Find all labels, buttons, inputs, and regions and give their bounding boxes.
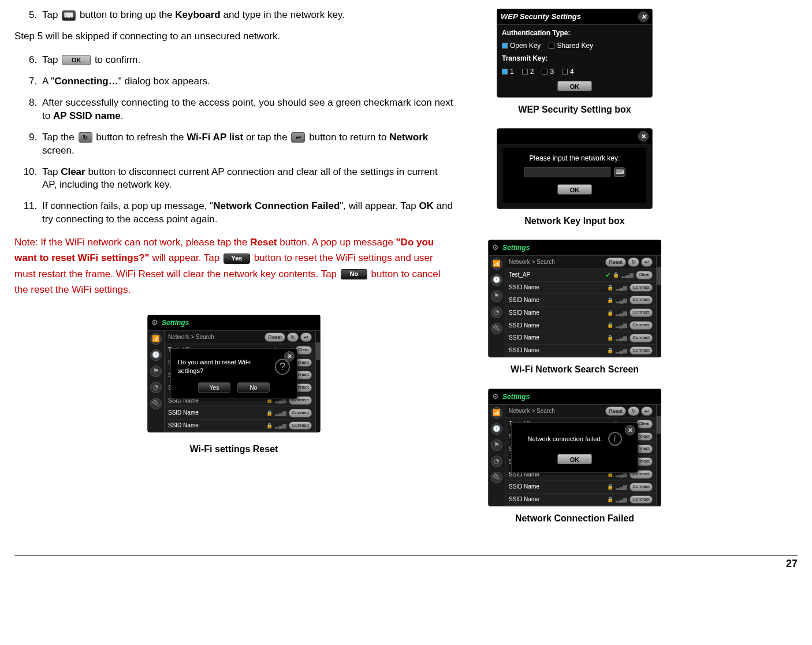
shared-key-checkbox bbox=[549, 43, 554, 49]
close-icon: ✕ bbox=[638, 131, 649, 141]
signal-icon: ▂▄▆ bbox=[621, 271, 633, 278]
page-number: 27 bbox=[14, 555, 798, 571]
table-row: SSID Name🔒▂▄▆Connect bbox=[505, 307, 656, 319]
flag-icon: ⚑ bbox=[491, 290, 502, 302]
ap-list: Test_AP✔🔒▂▄▆ClearSSID Name🔒▂▄▆ConnectSSI… bbox=[505, 269, 656, 357]
lock-icon: 🔒 bbox=[613, 271, 619, 278]
clear-button: Clear bbox=[295, 346, 312, 355]
sidebar: 📶 🕐 ⚑ ◔ 🔌 bbox=[489, 405, 505, 506]
ssid-name: SSID Name bbox=[509, 284, 539, 292]
gear-icon: ⚙ bbox=[492, 243, 499, 253]
refresh-button: ↻ bbox=[628, 258, 639, 267]
breadcrumb: Network > Search bbox=[168, 333, 214, 341]
signal-icon: ▂▄▆ bbox=[616, 347, 627, 354]
instructions-list-2: Tap OK to confirm. A "Connecting…" dialo… bbox=[14, 54, 453, 226]
settings-title: Settings bbox=[502, 243, 530, 252]
wifi-icon: 📶 bbox=[491, 258, 502, 270]
close-icon: ✕ bbox=[638, 12, 649, 22]
ssid-name: Test_AP bbox=[509, 271, 530, 279]
key3-checkbox bbox=[542, 69, 547, 74]
info-icon: i bbox=[608, 432, 622, 446]
plug-icon: 🔌 bbox=[491, 472, 502, 483]
ok-button: OK bbox=[557, 454, 592, 464]
table-row: SSID Name🔒▂▄▆Connect bbox=[505, 282, 656, 294]
ssid-name: SSID Name bbox=[509, 346, 539, 355]
wifi-icon: 📶 bbox=[491, 407, 502, 419]
lock-icon: 🔒 bbox=[607, 496, 613, 503]
refresh-icon: ↻ bbox=[79, 132, 92, 143]
connect-button: Connect bbox=[630, 334, 653, 342]
ssid-name: SSID Name bbox=[509, 495, 539, 504]
close-icon: ✕ bbox=[284, 351, 295, 361]
clock-icon: 🕐 bbox=[491, 423, 502, 435]
connect-button: Connect bbox=[630, 284, 653, 292]
lock-icon: 🔒 bbox=[266, 422, 273, 429]
settings-title: Settings bbox=[162, 318, 189, 327]
caption-reset: Wi-Fi settings Reset bbox=[190, 443, 278, 456]
yes-button: Yes bbox=[198, 382, 230, 393]
caption-wep: WEP Security Setting box bbox=[518, 103, 631, 116]
mock-reset-screen: ⚙ Settings 📶 🕐 ⚑ ◔ 🔌 Network > Search bbox=[147, 315, 321, 433]
figures-column: WEP Security Settings ✕ Authentication T… bbox=[488, 9, 661, 538]
table-row: Test_AP✔🔒▂▄▆Clear bbox=[505, 269, 656, 282]
sidebar: 📶 🕐 ⚑ ◔ 🔌 bbox=[489, 256, 505, 357]
breadcrumb: Network > Search bbox=[509, 258, 555, 266]
connect-button: Connect bbox=[289, 422, 312, 430]
table-row: SSID Name🔒▂▄▆Connect bbox=[505, 345, 656, 357]
step-7: A "Connecting…" dialog box appears. bbox=[40, 75, 453, 88]
close-icon: ✕ bbox=[625, 425, 635, 435]
chart-icon: ◔ bbox=[491, 456, 502, 467]
ssid-name: SSID Name bbox=[168, 422, 199, 430]
signal-icon: ▂▄▆ bbox=[616, 334, 627, 341]
signal-icon: ▂▄▆ bbox=[616, 496, 627, 503]
caption-key: Network Key Input box bbox=[524, 215, 624, 228]
signal-icon: ▂▄▆ bbox=[275, 422, 286, 429]
back-button: ↩ bbox=[300, 333, 312, 342]
note-block: Note: If the WiFi network can not work, … bbox=[14, 234, 453, 297]
ok-button-inline: OK bbox=[62, 55, 91, 65]
refresh-button: ↻ bbox=[287, 333, 299, 342]
no-button-inline: No bbox=[341, 269, 367, 279]
key-input-field bbox=[524, 167, 610, 177]
step-6: Tap OK to confirm. bbox=[40, 54, 453, 67]
table-row: SSID Name🔒▂▄▆Connect bbox=[505, 481, 656, 494]
caption-fail: Network Connection Failed bbox=[515, 512, 634, 525]
ssid-name: SSID Name bbox=[509, 309, 539, 317]
gear-icon: ⚙ bbox=[151, 318, 158, 328]
open-key-checkbox bbox=[502, 43, 508, 49]
key4-checkbox bbox=[562, 69, 568, 74]
key-prompt: Please input the network key: bbox=[530, 154, 620, 163]
reset-dialog-message: Do you want to reset WiFi settings? bbox=[178, 358, 269, 375]
flag-icon: ⚑ bbox=[150, 366, 162, 377]
plug-icon: 🔌 bbox=[491, 323, 502, 334]
lock-icon: 🔒 bbox=[607, 483, 613, 490]
signal-icon: ▂▄▆ bbox=[616, 483, 627, 490]
step-9: Tap the ↻ button to refresh the Wi-Fi AP… bbox=[40, 131, 453, 158]
clock-icon: 🕐 bbox=[150, 349, 162, 361]
lock-icon: 🔒 bbox=[607, 310, 613, 316]
auth-type-label: Authentication Type: bbox=[502, 28, 647, 38]
reset-button: Reset bbox=[265, 333, 285, 342]
ssid-name: SSID Name bbox=[168, 409, 199, 417]
back-button: ↩ bbox=[641, 407, 653, 416]
clock-icon: 🕐 bbox=[491, 274, 502, 286]
reset-button: Reset bbox=[605, 407, 626, 416]
step-5: Tap ⌨ button to bring up the Keyboard an… bbox=[40, 9, 453, 22]
lock-icon: 🔒 bbox=[607, 334, 613, 341]
table-row: SSID Name🔒▂▄▆Connect bbox=[505, 319, 656, 332]
lock-icon: 🔒 bbox=[607, 322, 613, 329]
ok-button: OK bbox=[557, 81, 592, 91]
signal-icon: ▂▄▆ bbox=[616, 297, 627, 304]
ssid-name: SSID Name bbox=[509, 322, 539, 330]
lock-icon: 🔒 bbox=[266, 409, 273, 416]
ok-button: OK bbox=[557, 184, 592, 195]
connect-button: Connect bbox=[630, 483, 653, 491]
no-button: No bbox=[237, 382, 270, 393]
settings-title: Settings bbox=[502, 392, 530, 401]
mock-fail-screen: ⚙ Settings 📶 🕐 ⚑ ◔ 🔌 Network > Search Re… bbox=[488, 389, 661, 506]
caption-search: Wi-Fi Network Search Screen bbox=[511, 363, 639, 376]
connect-button: Connect bbox=[630, 308, 653, 317]
refresh-button: ↻ bbox=[628, 407, 639, 416]
lock-icon: 🔒 bbox=[607, 347, 613, 354]
connect-button: Connect bbox=[630, 495, 653, 504]
